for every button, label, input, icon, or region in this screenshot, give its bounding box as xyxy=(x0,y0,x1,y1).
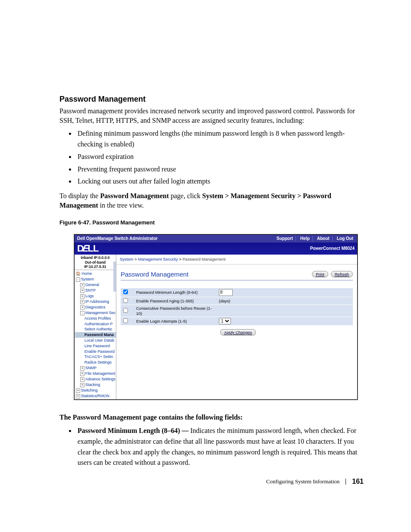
crumb-mgmt-security[interactable]: Management Security xyxy=(138,257,178,261)
panel-title: Password Management xyxy=(121,271,189,278)
expand-icon[interactable]: + xyxy=(76,394,80,398)
tree-node[interactable]: +Diagnostics xyxy=(75,305,116,310)
tree-label: Stacking xyxy=(85,383,100,387)
tree-node[interactable]: Password Mana xyxy=(75,332,116,338)
support-link[interactable]: Support xyxy=(275,236,294,241)
tree-label: Local User Datab xyxy=(84,338,115,342)
tree-node[interactable]: Authentication P xyxy=(75,321,116,327)
tree-node[interactable]: Line Password xyxy=(75,343,116,349)
tree-label: TACACS+ Settin xyxy=(84,355,113,359)
brand-bar: DELL PowerConnect M8024 xyxy=(75,243,357,255)
expand-icon[interactable]: + xyxy=(76,389,80,393)
tree-node[interactable]: -System xyxy=(75,277,116,282)
row-checkbox[interactable] xyxy=(123,308,128,313)
tree-node[interactable]: Radius Settings xyxy=(75,360,116,365)
expand-icon[interactable]: - xyxy=(76,277,80,282)
value-select[interactable]: 1 xyxy=(219,318,231,324)
tree-label: SNTP xyxy=(85,288,96,292)
text-run: To display the xyxy=(59,192,100,199)
tree-node[interactable]: +Logs xyxy=(75,293,116,299)
section-heading: Password Management xyxy=(59,95,364,104)
figure-caption: Figure 6-47. Password Management xyxy=(59,219,364,226)
inband-ip: Inband IP:0.0.0.0 xyxy=(76,255,115,260)
window-title: Dell OpenManage Switch Administrator xyxy=(77,236,158,241)
app-screenshot: Dell OpenManage Switch Administrator Sup… xyxy=(74,234,358,400)
tree-node[interactable]: +File Management xyxy=(75,371,116,376)
expand-icon[interactable]: + xyxy=(80,383,84,387)
scrollbar[interactable] xyxy=(113,261,116,292)
tree-node[interactable]: Select Authentic xyxy=(75,327,116,332)
text-run-bold: Password Management xyxy=(100,192,169,199)
tree-label: File Management xyxy=(85,371,115,376)
nav-tree[interactable]: Inband IP:0.0.0.0 Out-of-band IP:10.27.5… xyxy=(75,255,116,399)
apply-changes-button[interactable]: Apply Changes xyxy=(220,329,255,336)
row-label: Enable Login Attempts (1-5) xyxy=(134,317,216,325)
tree-label: Statistics/RMON xyxy=(81,394,109,398)
tree-node[interactable]: -Management Secur xyxy=(75,310,116,316)
tree-node[interactable]: +Advance Settings xyxy=(75,376,116,382)
text-run: page, click xyxy=(169,192,202,199)
row-label: Enable Password Aging (1-365) xyxy=(134,297,216,305)
tree-label: Enable Password xyxy=(84,349,115,354)
tree-node[interactable]: 🏠 Home xyxy=(75,271,116,277)
refresh-button[interactable]: Refresh xyxy=(331,271,353,277)
settings-row: Enable Login Attempts (1-5)1 xyxy=(121,317,353,325)
fields-intro: The Password Management page contains th… xyxy=(59,413,364,422)
field-name: Password Minimum Length (8–64) — xyxy=(78,427,190,434)
expand-icon[interactable]: + xyxy=(80,283,84,287)
tree-label: System xyxy=(81,277,94,281)
breadcrumb: System > Management Security > Password … xyxy=(116,255,357,264)
expand-icon[interactable]: + xyxy=(80,366,84,370)
list-item: Preventing frequent password reuse xyxy=(76,164,364,175)
expand-icon[interactable]: + xyxy=(80,289,84,293)
tree-node[interactable]: Access Profiles xyxy=(75,316,116,321)
logout-link[interactable]: Log Out xyxy=(336,236,355,241)
value-input[interactable] xyxy=(219,289,233,296)
tree-node[interactable]: Local User Datab xyxy=(75,338,116,343)
field-description: Password Minimum Length (8–64) — Indicat… xyxy=(76,426,364,468)
ip-info: Inband IP:0.0.0.0 Out-of-band IP:10.27.5… xyxy=(75,255,116,270)
row-suffix: (days) xyxy=(219,299,230,303)
tree-node[interactable]: Enable Password xyxy=(75,349,116,355)
oob-ip: Out-of-band IP:10.27.5.31 xyxy=(76,260,115,269)
tree-label: Management Secur xyxy=(85,311,116,315)
crumb-current: Password Management xyxy=(183,257,226,261)
print-button[interactable]: Print xyxy=(312,271,328,277)
row-checkbox[interactable] xyxy=(123,318,128,323)
expand-icon[interactable]: + xyxy=(80,300,84,304)
tree-node[interactable]: +General xyxy=(75,282,116,288)
tree-label: General xyxy=(85,283,99,287)
row-checkbox[interactable] xyxy=(123,289,128,294)
row-control-cell: (days) xyxy=(216,297,353,305)
crumb-system[interactable]: System xyxy=(120,257,134,261)
row-checkbox[interactable] xyxy=(123,298,128,303)
tree-label: Diagnostics xyxy=(85,305,106,309)
tree-node[interactable]: +Statistics/RMON xyxy=(75,393,116,399)
page-number: 161 xyxy=(352,478,364,485)
tree-node[interactable]: +IP Addressing xyxy=(75,299,116,305)
tree-node[interactable]: +SNTP xyxy=(75,288,116,293)
tree-node[interactable]: TACACS+ Settin xyxy=(75,354,116,360)
tree-label: Advance Settings xyxy=(85,377,115,381)
tree-node[interactable]: +Stacking xyxy=(75,382,116,388)
tree-node[interactable]: +Routing xyxy=(75,399,116,399)
model-label: PowerConnect M8024 xyxy=(310,246,355,251)
expand-icon[interactable]: + xyxy=(80,305,84,310)
expand-icon[interactable]: + xyxy=(80,377,84,382)
settings-row: Consecutive Passwords before Reuse (1-10… xyxy=(121,305,353,317)
tree-label: Select Authentic xyxy=(84,327,112,331)
row-label: Password Minimum Length (8-64) xyxy=(134,288,216,297)
help-link[interactable]: Help xyxy=(299,236,311,241)
tree-node[interactable]: +SNMP xyxy=(75,365,116,371)
settings-table: Password Minimum Length (8-64)Enable Pas… xyxy=(121,288,353,326)
expand-icon[interactable]: - xyxy=(80,311,84,315)
footer-section: Configuring System Information xyxy=(266,478,339,485)
expand-icon[interactable]: + xyxy=(80,372,84,376)
about-link[interactable]: About xyxy=(316,236,331,241)
settings-row: Password Minimum Length (8-64) xyxy=(121,288,353,297)
tree-node[interactable]: +Switching xyxy=(75,388,116,393)
row-control-cell xyxy=(216,305,353,317)
nav-instruction: To display the Password Management page,… xyxy=(59,191,364,210)
expand-icon[interactable]: + xyxy=(80,294,84,299)
tree-label: Access Profiles xyxy=(84,316,111,320)
